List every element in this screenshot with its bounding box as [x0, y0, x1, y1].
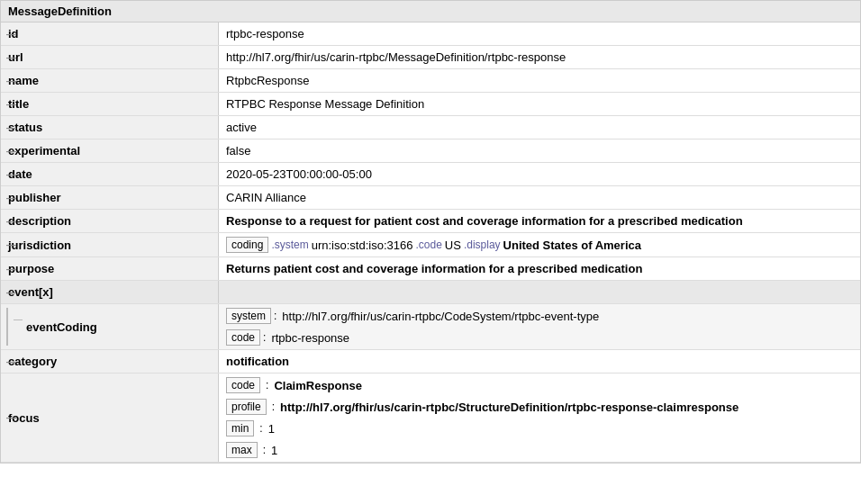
- key-label: jurisdiction: [8, 238, 71, 252]
- message-definition-table: MessageDefinition — id rtpbc-response — …: [0, 0, 861, 464]
- dash-icon: —: [6, 216, 16, 227]
- table-row-eventcoding: eventCoding system : http://hl7.org/fhir…: [1, 304, 860, 350]
- dash-icon: —: [6, 122, 16, 133]
- dash-icon: —: [6, 287, 16, 298]
- min-badge: min: [226, 420, 254, 436]
- display-dot-label: .display: [464, 238, 501, 251]
- dash-icon: —: [6, 264, 16, 274]
- value-status: active: [219, 116, 860, 139]
- table-header: MessageDefinition: [1, 1, 860, 22]
- value-purpose: Returns patient cost and coverage inform…: [219, 257, 860, 280]
- value-event: [219, 281, 860, 303]
- focus-code-line: code : ClaimResponse: [226, 377, 362, 393]
- table-row-event-section: — event[x]: [1, 281, 860, 304]
- key-eventcoding: eventCoding: [1, 304, 219, 349]
- value-text: RtpbcResponse: [226, 74, 310, 87]
- dash-icon: —: [6, 99, 16, 110]
- min-value: 1: [268, 422, 275, 436]
- dash-icon: —: [6, 29, 16, 40]
- dash-icon: —: [6, 76, 16, 86]
- dash-icon: —: [6, 356, 16, 367]
- code-badge: code: [226, 329, 260, 346]
- table-row: — jurisdiction coding .system urn:iso:st…: [1, 233, 860, 257]
- value-experimental: false: [219, 140, 860, 162]
- system-value: urn:iso:std:iso:3166: [312, 238, 413, 252]
- value-description: Response to a request for patient cost a…: [219, 210, 860, 232]
- table-row: — category notification: [1, 350, 860, 374]
- key-id: — id: [1, 22, 219, 45]
- value-text: Response to a request for patient cost a…: [226, 214, 743, 228]
- dash-icon: —: [6, 239, 16, 250]
- table-row: — id rtpbc-response: [1, 22, 860, 46]
- focus-min-line: min : 1: [226, 420, 275, 436]
- value-date: 2020-05-23T00:00:00-05:00: [219, 163, 860, 185]
- value-text: http://hl7.org/fhir/us/carin-rtpbc/Messa…: [226, 50, 566, 64]
- key-title: — title: [1, 93, 219, 115]
- dash-icon: —: [6, 193, 16, 203]
- system-value: http://hl7.org/fhir/us/carin-rtpbc/CodeS…: [282, 310, 599, 323]
- key-url: — url: [1, 46, 219, 68]
- value-text: 2020-05-23T00:00:00-05:00: [226, 167, 372, 181]
- dash-icon: —: [6, 52, 16, 63]
- profile-badge: profile: [226, 399, 267, 415]
- value-title: RTPBC Response Message Definition: [219, 93, 860, 115]
- value-focus: code : ClaimResponse profile : http://hl…: [219, 374, 860, 462]
- table-row: — name RtpbcResponse: [1, 69, 860, 93]
- value-text: false: [226, 144, 250, 158]
- table-title: MessageDefinition: [8, 4, 112, 18]
- dash-icon: —: [6, 412, 16, 423]
- max-value: 1: [271, 444, 277, 457]
- key-status: — status: [1, 116, 219, 139]
- table-row: — title RTPBC Response Message Definitio…: [1, 93, 860, 116]
- coding-badge: coding: [226, 237, 268, 253]
- value-text: CARIN Alliance: [226, 191, 306, 204]
- key-date: — date: [1, 163, 219, 185]
- key-jurisdiction: — jurisdiction: [1, 233, 219, 256]
- value-eventcoding: system : http://hl7.org/fhir/us/carin-rt…: [219, 304, 860, 349]
- code-value: rtpbc-response: [271, 331, 349, 345]
- display-value: United States of America: [503, 238, 641, 252]
- code-value: US: [445, 238, 461, 252]
- profile-value: http://hl7.org/fhir/us/carin-rtpbc/Struc…: [280, 400, 739, 414]
- value-text: rtpbc-response: [226, 27, 304, 40]
- value-name: RtpbcResponse: [219, 69, 860, 92]
- dash-icon: —: [6, 169, 16, 180]
- table-row-focus: — focus code : ClaimResponse profile : h…: [1, 374, 860, 463]
- table-row: — url http://hl7.org/fhir/us/carin-rtpbc…: [1, 46, 860, 69]
- key-experimental: — experimental: [1, 140, 219, 162]
- key-category: — category: [1, 350, 219, 373]
- value-id: rtpbc-response: [219, 22, 860, 45]
- key-description: — description: [1, 210, 219, 232]
- key-purpose: — purpose: [1, 257, 219, 280]
- code-badge: code: [226, 377, 260, 393]
- key-event: — event[x]: [1, 281, 219, 303]
- value-publisher: CARIN Alliance: [219, 186, 860, 209]
- system-dot-label: .system: [271, 238, 308, 251]
- key-focus: — focus: [1, 374, 219, 462]
- key-label: eventCoding: [23, 320, 97, 334]
- value-category: notification: [219, 350, 860, 373]
- table-row: — status active: [1, 116, 860, 140]
- value-text: active: [226, 121, 257, 134]
- system-badge: system: [226, 308, 271, 324]
- eventcoding-system-line: system : http://hl7.org/fhir/us/carin-rt…: [226, 308, 599, 324]
- max-badge: max: [226, 442, 258, 458]
- key-label: experimental: [8, 144, 80, 158]
- value-jurisdiction: coding .system urn:iso:std:iso:3166 .cod…: [219, 233, 860, 256]
- table-row: — purpose Returns patient cost and cover…: [1, 257, 860, 281]
- eventcoding-code-line: code : rtpbc-response: [226, 329, 349, 346]
- key-publisher: — publisher: [1, 186, 219, 209]
- value-text: notification: [226, 355, 289, 368]
- table-row: — publisher CARIN Alliance: [1, 186, 860, 210]
- table-row: — date 2020-05-23T00:00:00-05:00: [1, 163, 860, 186]
- focus-profile-line: profile : http://hl7.org/fhir/us/carin-r…: [226, 399, 739, 415]
- key-label: description: [8, 214, 71, 228]
- value-text: RTPBC Response Message Definition: [226, 97, 424, 111]
- key-name: — name: [1, 69, 219, 92]
- code-dot-label: .code: [415, 238, 441, 251]
- focus-max-line: max : 1: [226, 442, 277, 458]
- code-value: ClaimResponse: [274, 379, 362, 392]
- table-row: — experimental false: [1, 140, 860, 163]
- value-url: http://hl7.org/fhir/us/carin-rtpbc/Messa…: [219, 46, 860, 68]
- table-row: — description Response to a request for …: [1, 210, 860, 233]
